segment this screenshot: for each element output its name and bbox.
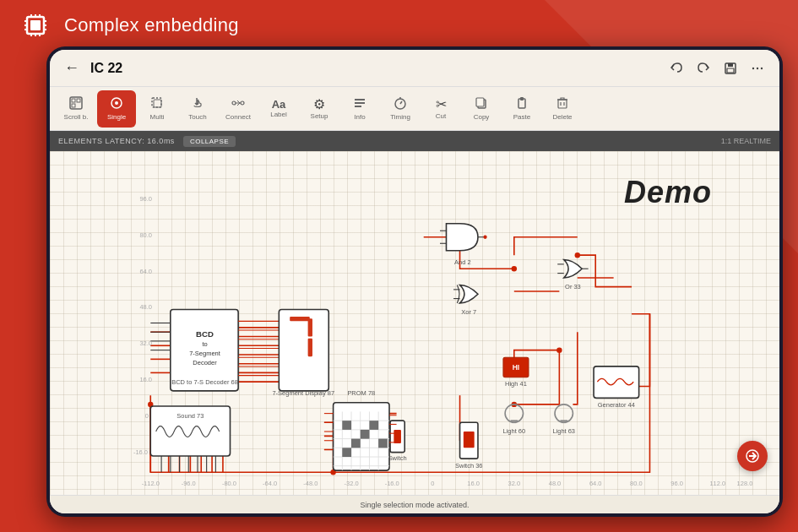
svg-rect-32	[355, 102, 365, 104]
svg-text:to: to	[202, 340, 207, 348]
tool-delete-label: Delete	[552, 114, 572, 121]
svg-point-96	[483, 236, 486, 239]
tablet-frame: ← IC 22	[46, 46, 783, 517]
svg-text:48.0: 48.0	[549, 480, 562, 487]
nav-actions	[666, 58, 768, 79]
svg-text:7-Segment Display 87: 7-Segment Display 87	[272, 389, 334, 397]
svg-rect-148	[369, 421, 378, 430]
svg-text:64.0: 64.0	[139, 268, 152, 275]
svg-rect-88	[279, 309, 328, 390]
svg-point-25	[115, 101, 118, 105]
svg-point-67	[575, 252, 580, 258]
svg-rect-122	[394, 430, 401, 443]
tool-label[interactable]: Aa Label	[259, 90, 298, 128]
svg-rect-89	[290, 317, 310, 321]
latency-label: ELEMENTS LATENCY: 16.0ms	[58, 137, 175, 145]
svg-text:64.0: 64.0	[589, 480, 602, 487]
svg-text:PROM 78: PROM 78	[347, 389, 375, 397]
fab-add-button[interactable]	[737, 441, 768, 471]
svg-text:80.0: 80.0	[139, 231, 152, 239]
tool-multi-label: Multi	[150, 114, 165, 121]
svg-text:High 41: High 41	[505, 380, 527, 388]
svg-rect-146	[361, 430, 370, 439]
prom78-component[interactable]: PROM 78	[324, 389, 397, 470]
undo-button[interactable]	[666, 58, 687, 79]
svg-text:-96.0: -96.0	[182, 480, 196, 487]
svg-text:48.0: 48.0	[139, 303, 152, 311]
svg-rect-41	[558, 100, 567, 108]
page-title: IC 22	[90, 61, 658, 76]
generator44-component[interactable]: Generator 44	[594, 366, 639, 409]
tool-setup[interactable]: ⚙ Setup	[300, 90, 339, 128]
svg-text:Switch: Switch	[388, 454, 407, 462]
tool-touch[interactable]: Touch	[178, 90, 217, 128]
toolbar: Scroll b. Single Multi Touch	[50, 87, 779, 131]
canvas-area[interactable]: Demo	[50, 151, 779, 495]
tool-multi[interactable]: Multi	[138, 90, 176, 128]
svg-line-36	[400, 101, 402, 104]
tool-paste[interactable]: Paste	[502, 90, 541, 128]
light63-component[interactable]: Light 63	[552, 404, 575, 435]
status-bottom: Single selection mode activated.	[50, 495, 779, 513]
svg-text:BCD to 7-S Decoder 68: BCD to 7-S Decoder 68	[171, 378, 238, 386]
switch-small-component[interactable]: Switch	[388, 421, 407, 462]
svg-text:Light 60: Light 60	[502, 427, 525, 435]
seven-segment-display[interactable]: 7-Segment Display 87	[272, 309, 334, 397]
tool-copy[interactable]: Copy	[462, 90, 501, 128]
svg-rect-15	[728, 63, 733, 67]
tool-timing[interactable]: Timing	[381, 90, 420, 128]
and2-gate[interactable]: And 2	[440, 224, 487, 266]
tool-paste-label: Paste	[513, 114, 530, 121]
light60-component[interactable]: Light 60	[502, 404, 525, 435]
or33-gate[interactable]: Or 33	[557, 260, 588, 290]
svg-rect-116	[594, 366, 639, 398]
svg-rect-90	[308, 318, 312, 336]
svg-point-112	[555, 404, 573, 422]
svg-text:-112.0: -112.0	[142, 480, 160, 487]
tool-cut[interactable]: ✂ Cut	[421, 90, 460, 128]
svg-point-66	[512, 266, 517, 271]
svg-rect-145	[342, 421, 351, 430]
svg-text:96.0: 96.0	[670, 480, 683, 487]
svg-text:16.0: 16.0	[139, 376, 152, 383]
tool-delete[interactable]: Delete	[543, 90, 582, 128]
svg-text:Or 33: Or 33	[565, 283, 581, 290]
svg-rect-22	[77, 99, 80, 102]
high41-component[interactable]: HI High 41	[503, 357, 529, 388]
tool-connect-label: Connect	[225, 114, 251, 121]
menu-button[interactable]	[747, 58, 768, 79]
tool-timing-label: Timing	[390, 114, 410, 121]
circuit-diagram: BCD to 7-Segment Decoder	[50, 151, 779, 495]
switch36-component[interactable]: Switch 36	[455, 422, 482, 470]
svg-rect-1	[30, 20, 41, 30]
xor7-gate[interactable]: Xor 7	[453, 285, 478, 316]
svg-point-17	[752, 67, 754, 68]
svg-text:Light 63: Light 63	[552, 427, 575, 435]
svg-text:Generator 44: Generator 44	[598, 401, 635, 409]
svg-rect-40	[520, 97, 524, 100]
save-button[interactable]	[720, 58, 741, 79]
back-button[interactable]: ←	[62, 59, 82, 77]
svg-text:32.0: 32.0	[508, 480, 521, 487]
tool-cut-label: Cut	[436, 113, 446, 120]
tool-info[interactable]: Info	[340, 90, 379, 128]
tool-connect[interactable]: Connect	[219, 90, 258, 128]
svg-point-18	[757, 67, 758, 68]
tool-single-label: Single	[107, 114, 126, 121]
tool-scroll-label: Scroll b.	[64, 114, 89, 121]
tool-copy-label: Copy	[474, 114, 490, 121]
tool-scroll[interactable]: Scroll b.	[57, 90, 95, 128]
redo-button[interactable]	[693, 58, 714, 79]
svg-rect-16	[727, 68, 734, 73]
bcd-decoder-component[interactable]: BCD to 7-Segment Decoder	[150, 309, 279, 390]
svg-text:-80.0: -80.0	[222, 480, 236, 487]
svg-point-29	[241, 101, 244, 105]
svg-rect-119	[464, 432, 475, 448]
collapse-button[interactable]: COLLAPSE	[183, 136, 236, 147]
svg-text:0: 0	[431, 480, 434, 487]
tool-single[interactable]: Single	[97, 90, 136, 128]
tool-info-label: Info	[354, 114, 365, 121]
realtime-label: 1:1 REALTIME	[721, 137, 771, 145]
svg-rect-150	[378, 439, 388, 448]
tablet-screen: ← IC 22	[50, 50, 779, 513]
